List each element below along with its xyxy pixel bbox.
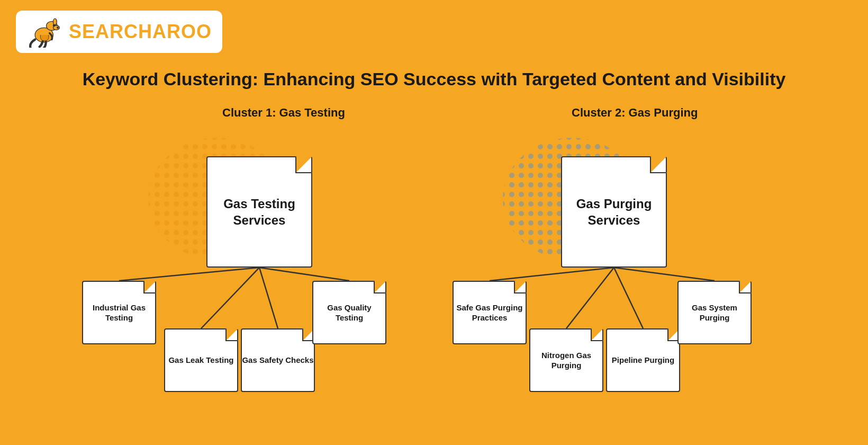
svg-point-4	[53, 24, 55, 26]
cluster1-center-doc: Gas Testing Services	[206, 156, 312, 268]
connection-lines	[0, 0, 868, 445]
svg-line-11	[119, 268, 259, 281]
main-title: Keyword Clustering: Enhancing SEO Succes…	[0, 69, 868, 90]
svg-line-14	[259, 268, 349, 281]
svg-line-16	[566, 268, 614, 328]
cluster1-label: Cluster 1: Gas Testing	[222, 106, 345, 120]
cluster2-child-pipeline: Pipeline Purging	[606, 328, 680, 392]
cluster2-center-doc: Gas Purging Services	[561, 156, 667, 268]
cluster2-child-nitrogen: Nitrogen Gas Purging	[529, 328, 603, 392]
cluster1-child-safety: Gas Safety Checks	[241, 328, 315, 392]
svg-line-15	[490, 268, 614, 281]
kangaroo-icon	[26, 16, 64, 48]
svg-line-12	[201, 268, 259, 328]
logo-container: SEARCHAROO	[16, 11, 222, 53]
svg-point-5	[57, 27, 59, 29]
svg-line-13	[259, 268, 278, 328]
cluster1-child-quality: Gas Quality Testing	[312, 281, 386, 344]
cluster1-child-leak: Gas Leak Testing	[164, 328, 238, 392]
logo-text: SEARCHAROO	[69, 21, 212, 43]
svg-line-17	[614, 268, 643, 328]
cluster1-child-industrial: Industrial Gas Testing	[82, 281, 156, 344]
cluster2-label: Cluster 2: Gas Purging	[572, 106, 698, 120]
cluster2-child-system: Gas System Purging	[677, 281, 752, 344]
svg-point-2	[53, 19, 57, 25]
cluster2-child-safe-purging: Safe Gas Purging Practices	[453, 281, 527, 344]
svg-line-18	[614, 268, 715, 281]
